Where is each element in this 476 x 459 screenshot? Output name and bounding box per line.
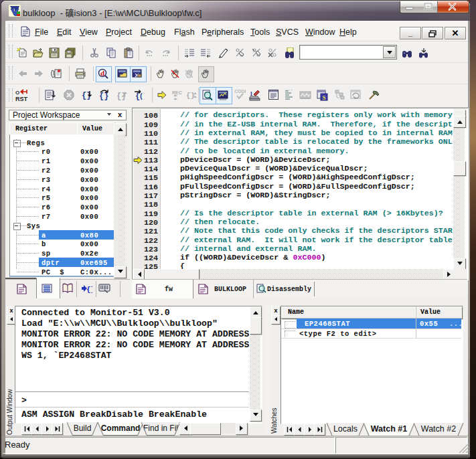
svg-text:REC: REC [172, 90, 182, 95]
svg-text:RST: RST [15, 96, 28, 102]
svg-text:(): () [139, 93, 145, 100]
svg-text:{}: {} [186, 92, 195, 100]
svg-text:d: d [100, 69, 104, 77]
svg-text:S: S [323, 94, 326, 101]
svg-text:O: O [15, 90, 19, 96]
svg-text:CODE: CODE [234, 89, 246, 94]
svg-text:{}: {} [86, 286, 92, 294]
svg-text:{}: {} [99, 92, 108, 100]
